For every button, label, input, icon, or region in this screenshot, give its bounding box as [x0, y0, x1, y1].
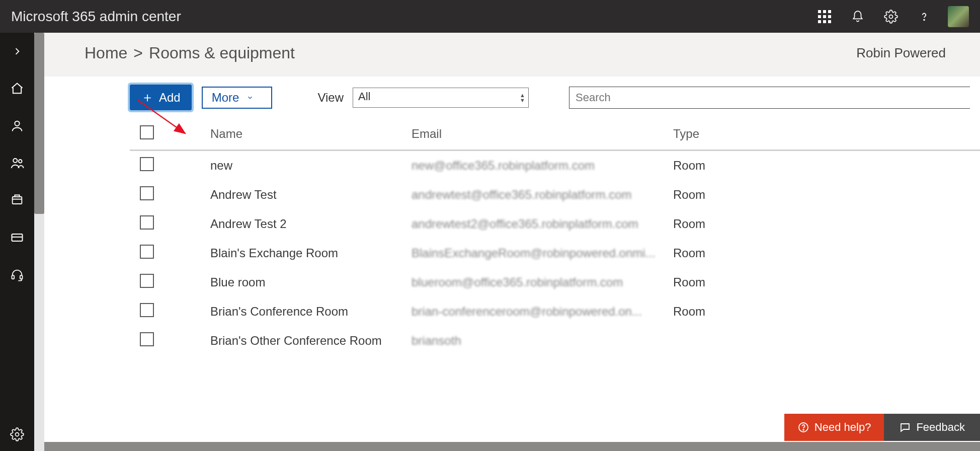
breadcrumb-home[interactable]: Home — [85, 44, 127, 62]
notifications-icon[interactable] — [848, 7, 867, 26]
add-button-label: Add — [159, 91, 181, 105]
svg-point-4 — [19, 160, 22, 163]
chevron-down-icon — [245, 94, 255, 101]
toolbar: ＋ Add More View All ▲▼ — [44, 77, 980, 118]
row-checkbox[interactable] — [140, 245, 154, 259]
user-avatar[interactable] — [948, 6, 969, 27]
main-content: Home > Rooms & equipment Robin Powered ＋… — [44, 33, 980, 451]
cell-email: briansoth — [406, 326, 668, 355]
svg-point-0 — [889, 15, 893, 18]
breadcrumb-separator: > — [133, 44, 143, 62]
cell-email: brian-conferenceroom@robinpowered.on... — [406, 297, 668, 326]
cell-name: Andrew Test 2 — [165, 209, 406, 239]
cell-type: Room — [668, 268, 980, 297]
main-wrap: Home > Rooms & equipment Robin Powered ＋… — [34, 33, 980, 451]
row-checkbox[interactable] — [140, 157, 154, 171]
svg-rect-8 — [20, 275, 23, 279]
row-checkbox[interactable] — [140, 332, 154, 346]
cell-email: andrewtest2@office365.robinplatform.com — [406, 209, 668, 239]
nav-groups-icon[interactable] — [6, 152, 29, 175]
need-help-label: Need help? — [814, 421, 871, 434]
tenant-name: Robin Powered — [856, 45, 966, 61]
svg-point-1 — [924, 19, 925, 20]
svg-point-2 — [15, 121, 19, 126]
view-label: View — [317, 91, 344, 105]
more-button-label: More — [212, 91, 239, 105]
cell-name: Brian's Other Conference Room — [165, 326, 406, 355]
nav-home-icon[interactable] — [6, 77, 29, 100]
view-select[interactable]: All ▲▼ — [353, 88, 529, 108]
global-header: Microsoft 365 admin center — [0, 0, 980, 33]
cell-name: Blain's Exchange Room — [165, 239, 406, 268]
app-title: Microsoft 365 admin center — [11, 9, 815, 25]
footer-buttons: Need help? Feedback — [784, 414, 980, 441]
need-help-button[interactable]: Need help? — [784, 414, 884, 441]
table-row[interactable]: newnew@office365.robinplatform.comRoom — [130, 151, 980, 181]
svg-point-3 — [13, 159, 17, 163]
nav-settings-icon[interactable] — [6, 423, 29, 446]
row-checkbox[interactable] — [140, 215, 154, 230]
cell-type: Room — [668, 180, 980, 209]
rooms-table: Name Email Type newnew@office365.robinpl… — [130, 118, 980, 355]
horizontal-scrollbar[interactable] — [44, 442, 980, 451]
cell-email: new@office365.robinplatform.com — [406, 151, 668, 181]
cell-name: Andrew Test — [165, 180, 406, 209]
cell-email: BlainsExchangeRoom@robinpowered.onmi... — [406, 239, 668, 268]
cell-name: Blue room — [165, 268, 406, 297]
cell-type: Room — [668, 239, 980, 268]
cell-name: Brian's Conference Room — [165, 297, 406, 326]
row-checkbox[interactable] — [140, 303, 154, 317]
table-row[interactable]: Blue roomblueroom@office365.robinplatfor… — [130, 268, 980, 297]
column-header-email[interactable]: Email — [406, 118, 668, 151]
settings-gear-icon[interactable] — [881, 7, 901, 26]
column-header-name[interactable]: Name — [165, 118, 406, 151]
cell-email: blueroom@office365.robinplatform.com — [406, 268, 668, 297]
cell-name: new — [165, 151, 406, 181]
svg-rect-5 — [13, 197, 22, 204]
nav-resources-icon[interactable] — [6, 189, 29, 212]
cell-type — [668, 326, 980, 355]
feedback-label: Feedback — [916, 421, 965, 434]
left-nav — [0, 33, 34, 451]
nav-expand-icon[interactable] — [6, 40, 29, 63]
table-header-row: Name Email Type — [130, 118, 980, 151]
breadcrumb: Home > Rooms & equipment Robin Powered — [44, 33, 980, 77]
more-button[interactable]: More — [202, 87, 273, 109]
plus-icon: ＋ — [141, 89, 154, 106]
nav-users-icon[interactable] — [6, 114, 29, 137]
svg-point-9 — [16, 433, 19, 436]
table-row[interactable]: Brian's Other Conference Roombriansoth — [130, 326, 980, 355]
table-row[interactable]: Brian's Conference Roombrian-conferencer… — [130, 297, 980, 326]
cell-email: andrewtest@office365.robinplatform.com — [406, 180, 668, 209]
app-launcher-icon[interactable] — [815, 7, 834, 26]
svg-rect-7 — [12, 275, 15, 279]
select-updown-icon: ▲▼ — [520, 93, 525, 103]
cell-type: Room — [668, 151, 980, 181]
nav-support-icon[interactable] — [6, 263, 29, 286]
svg-point-13 — [803, 429, 804, 430]
row-checkbox[interactable] — [140, 186, 154, 200]
table-row[interactable]: Andrew Testandrewtest@office365.robinpla… — [130, 180, 980, 209]
breadcrumb-current: Rooms & equipment — [149, 44, 295, 62]
table-row[interactable]: Andrew Test 2andrewtest2@office365.robin… — [130, 209, 980, 239]
view-select-value: All — [358, 90, 370, 103]
cell-type: Room — [668, 209, 980, 239]
help-circle-icon — [797, 421, 809, 433]
table-row[interactable]: Blain's Exchange RoomBlainsExchangeRoom@… — [130, 239, 980, 268]
nav-billing-icon[interactable] — [6, 226, 29, 249]
add-button[interactable]: ＋ Add — [130, 85, 192, 110]
table-wrap: Name Email Type newnew@office365.robinpl… — [44, 118, 980, 451]
cell-type: Room — [668, 297, 980, 326]
svg-rect-6 — [12, 234, 23, 241]
column-header-type[interactable]: Type — [668, 118, 980, 151]
search-input[interactable] — [569, 87, 970, 109]
select-all-checkbox[interactable] — [140, 125, 154, 139]
help-icon[interactable] — [915, 7, 934, 26]
feedback-button[interactable]: Feedback — [884, 414, 980, 441]
vertical-scrollbar[interactable] — [34, 33, 44, 451]
header-right-icons — [815, 6, 969, 27]
row-checkbox[interactable] — [140, 274, 154, 288]
feedback-icon — [899, 421, 911, 433]
